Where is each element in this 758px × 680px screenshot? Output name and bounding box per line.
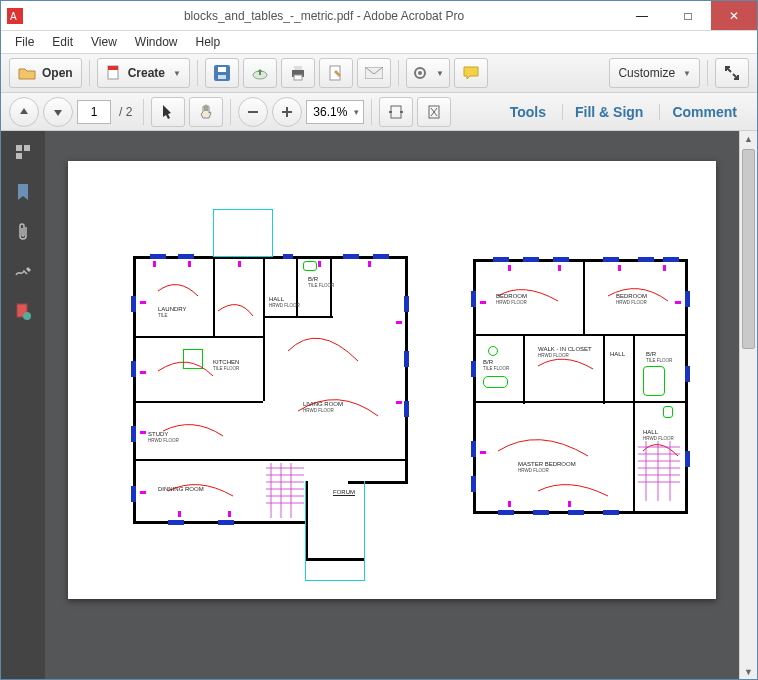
maximize-button[interactable]: □ — [665, 1, 711, 30]
minimize-button[interactable]: — — [619, 1, 665, 30]
print-icon — [290, 65, 306, 81]
folder-open-icon — [18, 66, 36, 80]
separator — [197, 60, 198, 86]
floorplan-left: LAUNDRYTILE KITCHENTILE FLOOR STUDYHRWD … — [118, 201, 408, 531]
edit-doc-button[interactable] — [319, 58, 353, 88]
settings-button[interactable]: ▼ — [406, 58, 450, 88]
svg-rect-20 — [16, 145, 22, 151]
separator — [89, 60, 90, 86]
cursor-icon — [161, 104, 175, 120]
pdf-page: LAUNDRYTILE KITCHENTILE FLOOR STUDYHRWD … — [68, 161, 716, 599]
cloud-upload-icon — [251, 66, 269, 80]
label-kitchen: KITCHENTILE FLOOR — [213, 359, 239, 372]
label-hall1: HALL — [610, 351, 625, 357]
label-forum: FORUM — [333, 489, 355, 495]
attachment-icon[interactable] — [12, 221, 34, 243]
comment-panel-link[interactable]: Comment — [659, 104, 749, 120]
menu-view[interactable]: View — [83, 33, 125, 51]
tools-panel-link[interactable]: Tools — [498, 104, 558, 120]
toolbar-nav: / 2 36.1% Tools Fill & Sign Comment — [1, 93, 757, 131]
navigation-pane — [1, 131, 45, 680]
vertical-scrollbar[interactable]: ▲ ▼ — [739, 131, 757, 680]
fill-sign-panel-link[interactable]: Fill & Sign — [562, 104, 655, 120]
label-study: STUDYHRWD FLOOR — [148, 431, 179, 444]
next-page-button[interactable] — [43, 97, 73, 127]
edit-document-icon — [328, 65, 344, 81]
label-bedroom2: BEDROOMHRWD FLOOR — [616, 293, 647, 306]
zoom-out-button[interactable] — [238, 97, 268, 127]
menu-edit[interactable]: Edit — [44, 33, 81, 51]
label-dinning: DINNING ROOM — [158, 486, 204, 492]
customize-button[interactable]: Customize ▼ — [609, 58, 700, 88]
label-walkin: WALK - IN CLOSETHRWD FLOOR — [538, 346, 592, 359]
create-button[interactable]: Create ▼ — [97, 58, 190, 88]
hand-icon — [198, 104, 214, 120]
svg-rect-15 — [248, 111, 258, 113]
open-label: Open — [42, 66, 73, 80]
scroll-up-icon[interactable]: ▲ — [740, 131, 757, 147]
svg-rect-6 — [218, 75, 226, 79]
save-icon — [214, 65, 230, 81]
title-bar: A blocks_and_tables_-_metric.pdf - Adobe… — [1, 1, 757, 31]
print-button[interactable] — [281, 58, 315, 88]
fit-page-button[interactable] — [417, 97, 451, 127]
label-living: LIVING ROOMHRWD FLOOR — [303, 401, 343, 414]
speech-bubble-icon — [463, 66, 479, 80]
bookmark-icon[interactable] — [12, 181, 34, 203]
select-tool-button[interactable] — [151, 97, 185, 127]
zoom-select[interactable]: 36.1% — [306, 100, 364, 124]
minus-icon — [247, 106, 259, 118]
page-total-label: / 2 — [115, 105, 136, 119]
menu-window[interactable]: Window — [127, 33, 186, 51]
signatures-icon[interactable] — [12, 261, 34, 283]
chevron-down-icon: ▼ — [683, 69, 691, 78]
scroll-down-icon[interactable]: ▼ — [740, 664, 757, 680]
thumbnails-icon[interactable] — [12, 141, 34, 163]
close-button[interactable]: ✕ — [711, 1, 757, 30]
comment-bubble-button[interactable] — [454, 58, 488, 88]
label-br1: B/RTILE FLOOR — [483, 359, 509, 372]
toolbar-main: Open Create ▼ ▼ Customize ▼ — [1, 53, 757, 93]
expand-icon — [725, 66, 739, 80]
prev-page-button[interactable] — [9, 97, 39, 127]
page-number-input[interactable] — [77, 100, 111, 124]
hand-tool-button[interactable] — [189, 97, 223, 127]
svg-rect-22 — [16, 153, 22, 159]
label-bedroom1: BEDROOMHRWD FLOOR — [496, 293, 527, 306]
document-viewer[interactable]: LAUNDRYTILE KITCHENTILE FLOOR STUDYHRWD … — [45, 131, 739, 680]
open-button[interactable]: Open — [9, 58, 82, 88]
separator — [707, 60, 708, 86]
email-button[interactable] — [357, 58, 391, 88]
label-hall2: HALLHRWD FLOOR — [643, 429, 674, 442]
arrow-down-icon — [53, 107, 63, 117]
scrollbar-thumb[interactable] — [742, 149, 755, 349]
separator — [371, 99, 372, 125]
create-label: Create — [128, 66, 165, 80]
svg-rect-18 — [391, 106, 401, 118]
floorplan-right: BEDROOMHRWD FLOOR BEDROOMHRWD FLOOR WALK… — [468, 251, 693, 521]
chevron-down-icon: ▼ — [436, 69, 444, 78]
svg-text:A: A — [10, 11, 17, 22]
svg-rect-3 — [108, 66, 118, 70]
workspace: LAUNDRYTILE KITCHENTILE FLOOR STUDYHRWD … — [1, 131, 757, 680]
save-button[interactable] — [205, 58, 239, 88]
arrow-up-icon — [19, 107, 29, 117]
chevron-down-icon: ▼ — [173, 69, 181, 78]
separator — [398, 60, 399, 86]
zoom-in-button[interactable] — [272, 97, 302, 127]
menu-help[interactable]: Help — [188, 33, 229, 51]
cloud-button[interactable] — [243, 58, 277, 88]
zoom-value: 36.1% — [313, 105, 347, 119]
svg-rect-10 — [294, 75, 302, 80]
menu-file[interactable]: File — [7, 33, 42, 51]
fit-width-icon — [388, 105, 404, 119]
separator — [143, 99, 144, 125]
label-master: MASTER BEDROOMHRWD FLOOR — [518, 461, 576, 474]
plus-icon — [281, 106, 293, 118]
label-laundry: LAUNDRYTILE — [158, 306, 187, 319]
fit-width-button[interactable] — [379, 97, 413, 127]
layers-icon[interactable] — [12, 301, 34, 323]
fit-page-icon — [427, 104, 441, 120]
fullscreen-button[interactable] — [715, 58, 749, 88]
label-br2: B/RTILE FLOOR — [646, 351, 672, 364]
